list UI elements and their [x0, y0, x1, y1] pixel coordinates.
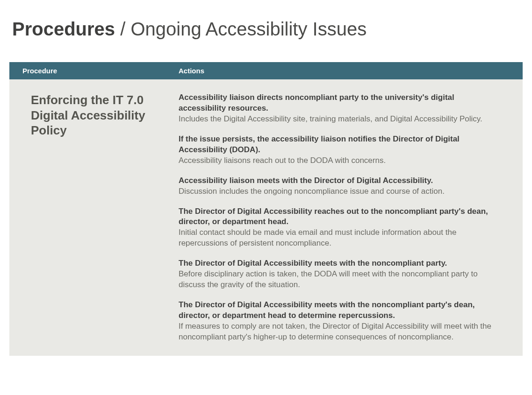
table-body-row: Enforcing the IT 7.0 Digital Accessibili…: [9, 79, 523, 356]
action-title: The Director of Digital Accessibility me…: [179, 258, 503, 269]
table-header-row: Procedure Actions: [9, 62, 523, 79]
action-title: Accessibility liaison meets with the Dir…: [179, 176, 503, 186]
action-title: If the issue persists, the accessibility…: [179, 134, 503, 155]
procedure-cell: Enforcing the IT 7.0 Digital Accessibili…: [9, 79, 173, 356]
column-header-procedure: Procedure: [9, 62, 173, 79]
action-item: Accessibility liaison directs noncomplia…: [179, 92, 503, 125]
action-item: The Director of Digital Accessibility me…: [179, 300, 503, 343]
action-title: The Director of Digital Accessibility re…: [179, 206, 503, 228]
action-title: The Director of Digital Accessibility me…: [179, 300, 503, 321]
action-item: Accessibility liaison meets with the Dir…: [179, 176, 503, 197]
page-title: Procedures / Ongoing Accessibility Issue…: [12, 19, 523, 40]
procedures-table: Procedure Actions Enforcing the IT 7.0 D…: [9, 62, 523, 356]
action-desc: If measures to comply are not taken, the…: [179, 321, 503, 343]
action-title: Accessibility liaison directs noncomplia…: [179, 92, 503, 114]
action-item: If the issue persists, the accessibility…: [179, 134, 503, 166]
action-desc: Before disciplinary action is taken, the…: [179, 269, 503, 290]
action-item: The Director of Digital Accessibility me…: [179, 258, 503, 290]
title-rest: / Ongoing Accessibility Issues: [115, 19, 367, 39]
actions-cell: Accessibility liaison directs noncomplia…: [173, 79, 523, 356]
title-bold: Procedures: [12, 19, 115, 39]
action-desc: Includes the Digital Accessibility site,…: [179, 114, 503, 125]
action-desc: Initial contact should be made via email…: [179, 227, 503, 249]
procedure-heading: Enforcing the IT 7.0 Digital Accessibili…: [31, 92, 151, 138]
action-item: The Director of Digital Accessibility re…: [179, 206, 503, 249]
action-desc: Accessibility liaisons reach out to the …: [179, 155, 503, 166]
column-header-actions: Actions: [173, 62, 523, 79]
action-desc: Discussion includes the ongoing noncompl…: [179, 186, 503, 197]
